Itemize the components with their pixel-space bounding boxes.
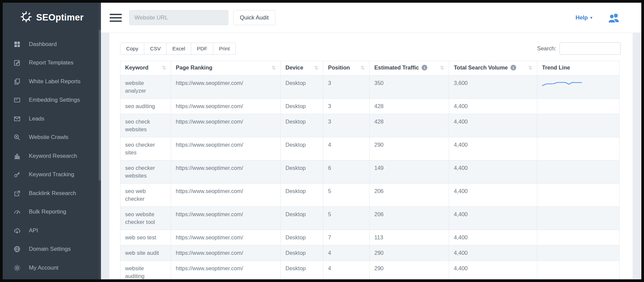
pdf-export-button[interactable]: PDF xyxy=(191,43,213,55)
sidebar-scrollbar[interactable] xyxy=(99,3,101,279)
table-row: seo web checkerhttps://www.seoptimer.com… xyxy=(120,184,620,207)
cell-page-ranking: https://www.seoptimer.com/ xyxy=(171,160,281,184)
page-scrollbar-track[interactable] xyxy=(633,33,641,279)
column-header-trend-line: Trend Line xyxy=(537,61,620,76)
sidebar-item-dashboard[interactable]: Dashboard xyxy=(3,35,101,54)
table-row: seo website checker toolhttps://www.seop… xyxy=(120,207,620,230)
cell-estimated-traffic: 290 xyxy=(370,137,449,160)
cell-device: Desktop xyxy=(281,76,323,99)
column-header-page-ranking[interactable]: Page Ranking⇅ xyxy=(171,61,281,76)
sidebar-item-bulk-reporting[interactable]: Bulk Reporting xyxy=(3,203,101,222)
sidebar-item-label: API xyxy=(29,227,38,234)
sidebar-item-label: Dashboard xyxy=(29,41,57,48)
sidebar-item-backlink-research[interactable]: Backlink Research xyxy=(3,184,101,203)
sidebar-item-report-templates[interactable]: Report Templates xyxy=(3,54,101,73)
keyword-rankings-table: Keyword⇅Page Ranking⇅Device⇅Position⇅Est… xyxy=(120,61,620,279)
column-label: Estimated Traffic xyxy=(374,64,419,71)
cell-device: Desktop xyxy=(281,160,323,184)
column-header-device[interactable]: Device⇅ xyxy=(281,61,323,76)
bulk-reporting-icon xyxy=(13,208,21,216)
cell-keyword: seo checker sites xyxy=(120,137,171,160)
cell-device: Desktop xyxy=(281,184,323,207)
app-window: SEOptimer DashboardReport TemplatesWhite… xyxy=(0,0,644,282)
cell-device: Desktop xyxy=(281,207,323,230)
cell-estimated-traffic: 149 xyxy=(370,160,449,184)
dashboard-icon xyxy=(13,41,21,48)
export-button-group: CopyCSVExcelPDFPrint xyxy=(120,43,236,55)
sidebar-item-label: Embedding Settings xyxy=(29,97,80,103)
sidebar-item-my-account[interactable]: My Account xyxy=(3,258,101,277)
cell-device: Desktop xyxy=(281,137,323,160)
sidebar-item-leads[interactable]: Leads xyxy=(3,109,101,128)
info-icon[interactable]: i xyxy=(422,65,427,70)
cell-total-search-volume: 4,400 xyxy=(449,184,537,207)
column-header-position[interactable]: Position⇅ xyxy=(323,61,370,76)
table-search-input[interactable] xyxy=(559,42,621,55)
cell-device: Desktop xyxy=(281,245,323,261)
keyword-tracking-icon xyxy=(13,171,21,178)
cell-total-search-volume: 4,400 xyxy=(449,245,537,261)
cell-estimated-traffic: 428 xyxy=(370,99,449,114)
cell-position: 5 xyxy=(323,184,370,207)
info-icon[interactable]: i xyxy=(511,65,516,70)
sidebar-item-api[interactable]: API xyxy=(3,221,101,240)
cell-total-search-volume: 4,400 xyxy=(449,261,537,280)
column-label: Page Ranking xyxy=(176,64,212,71)
sidebar-item-keyword-tracking[interactable]: Keyword Tracking xyxy=(3,166,101,184)
cell-estimated-traffic: 428 xyxy=(370,114,449,137)
sidebar-item-white-label-reports[interactable]: White Label Reports xyxy=(3,72,101,91)
copy-export-button[interactable]: Copy xyxy=(120,43,144,55)
sort-icon: ⇅ xyxy=(159,65,166,71)
my-account-icon xyxy=(13,264,21,272)
cell-position: 4 xyxy=(323,245,370,261)
cell-position: 3 xyxy=(323,76,370,99)
sort-icon: ⇅ xyxy=(437,65,444,71)
sidebar-item-label: Leads xyxy=(29,115,44,122)
menu-toggle-icon[interactable] xyxy=(110,13,122,22)
website-url-input[interactable] xyxy=(129,10,228,25)
sidebar-scrollbar-thumb[interactable] xyxy=(99,30,101,181)
cell-keyword: website analyzer xyxy=(120,76,171,99)
cell-device: Desktop xyxy=(281,114,323,137)
api-icon xyxy=(13,227,21,234)
cell-keyword: seo website checker tool xyxy=(120,207,171,230)
cell-trend-line xyxy=(537,137,620,160)
cell-estimated-traffic: 350 xyxy=(370,76,449,99)
cell-page-ranking: https://www.seoptimer.com/ xyxy=(171,114,281,137)
cell-estimated-traffic: 290 xyxy=(370,245,449,261)
help-dropdown[interactable]: Help ▾ xyxy=(576,14,592,21)
cell-keyword: web site audit xyxy=(120,245,171,261)
cell-trend-line xyxy=(537,230,620,245)
sidebar-item-domain-settings[interactable]: Domain Settings xyxy=(3,240,101,259)
sidebar-item-label: Backlink Research xyxy=(29,190,76,197)
column-header-estimated-traffic[interactable]: Estimated Traffici⇅ xyxy=(370,61,449,76)
sidebar-item-label: My Account xyxy=(29,265,58,271)
csv-export-button[interactable]: CSV xyxy=(144,43,167,55)
brand-logo[interactable]: SEOptimer xyxy=(3,3,101,32)
sidebar-item-keyword-research[interactable]: Keyword Research xyxy=(3,147,101,166)
column-header-total-search-volume[interactable]: Total Search Volumei⇅ xyxy=(449,61,537,76)
print-export-button[interactable]: Print xyxy=(213,43,236,55)
cell-estimated-traffic: 113 xyxy=(370,230,449,245)
seoptimer-gear-icon xyxy=(20,11,32,24)
cell-trend-line xyxy=(537,245,620,261)
help-label: Help xyxy=(576,14,588,21)
excel-export-button[interactable]: Excel xyxy=(166,43,191,55)
account-users-icon[interactable] xyxy=(607,12,621,23)
cell-total-search-volume: 4,400 xyxy=(449,207,537,230)
cell-page-ranking: https://www.seoptimer.com/ xyxy=(171,99,281,114)
sidebar-item-label: White Label Reports xyxy=(29,78,80,85)
sidebar-item-embedding-settings[interactable]: Embedding Settings xyxy=(3,91,101,110)
cell-estimated-traffic: 290 xyxy=(370,261,449,280)
keyword-research-icon xyxy=(13,152,21,160)
cell-position: 3 xyxy=(323,114,370,137)
sidebar: SEOptimer DashboardReport TemplatesWhite… xyxy=(3,3,101,279)
backlink-research-icon xyxy=(13,190,21,197)
sidebar-item-label: Domain Settings xyxy=(29,246,71,252)
quick-audit-button[interactable]: Quick Audit xyxy=(233,10,275,25)
search-label: Search: xyxy=(537,45,556,52)
cell-position: 6 xyxy=(323,160,370,184)
cell-trend-line xyxy=(537,207,620,230)
column-header-keyword[interactable]: Keyword⇅ xyxy=(120,61,171,76)
sidebar-item-website-crawls[interactable]: Website Crawls xyxy=(3,128,101,147)
